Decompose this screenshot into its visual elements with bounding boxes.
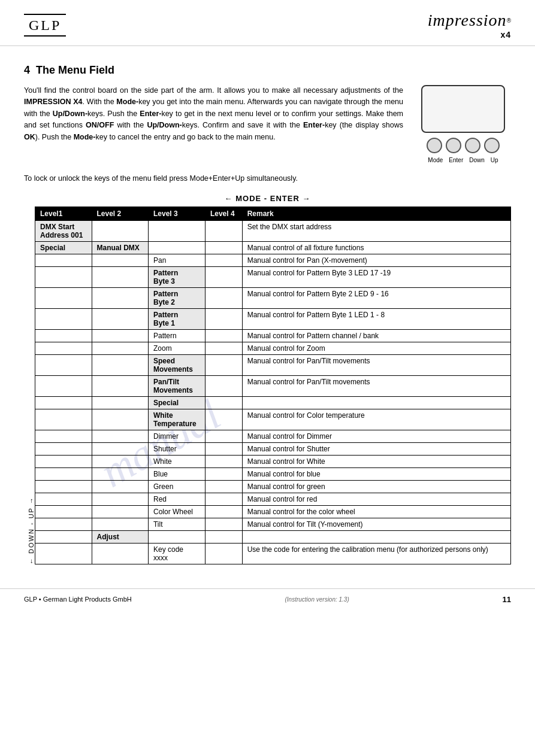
panel-labels: Mode Enter Down Up	[428, 157, 498, 163]
table-cell	[205, 220, 242, 241]
table-cell	[35, 467, 92, 480]
table-cell: Blue	[148, 467, 205, 480]
col-header-level3: Level 3	[148, 207, 205, 220]
table-cell	[205, 329, 242, 342]
table-cell	[35, 493, 92, 505]
table-cell: Pan/TiltMovements	[148, 375, 205, 396]
table-cell	[35, 442, 92, 455]
table-cell	[92, 287, 148, 308]
enter-button	[446, 138, 461, 153]
table-row: DMX StartAddress 001Set the DMX start ad…	[35, 220, 511, 241]
table-cell	[92, 455, 148, 467]
table-cell	[205, 241, 242, 254]
table-cell	[35, 254, 92, 266]
table-cell: Shutter	[148, 442, 205, 455]
table-cell	[205, 480, 242, 493]
up-button	[484, 138, 500, 153]
table-cell	[92, 409, 148, 430]
table-cell	[205, 543, 242, 564]
section-title: 4 The Menu Field	[24, 64, 511, 77]
table-cell: Manual control for Pattern channel / ban…	[242, 329, 510, 342]
table-cell: Use the code for entering the calibratio…	[242, 543, 510, 564]
table-cell: Zoom	[148, 342, 205, 354]
table-row: WhiteTemperatureManual control for Color…	[35, 409, 511, 430]
table-cell	[148, 220, 205, 241]
table-cell	[205, 442, 242, 455]
table-cell: Adjust	[92, 530, 148, 543]
table-cell	[205, 354, 242, 375]
table-cell: Manual control for Pattern Byte 3 LED 17…	[242, 266, 510, 287]
table-cell	[35, 329, 92, 342]
impression-sub: x4	[428, 30, 511, 40]
mode-label: Mode	[428, 157, 443, 163]
col-header-level4: Level 4	[205, 207, 242, 220]
main-content: 4 The Menu Field You'll find the control…	[0, 46, 535, 576]
table-cell: Pan	[148, 254, 205, 266]
menu-table-wrapper: ← DOWN - UP → Level1 Level 2 Level 3 Lev…	[24, 207, 511, 564]
table-cell	[92, 543, 148, 564]
table-cell: Manual control for Pan/Tilt movements	[242, 354, 510, 375]
table-cell: Set the DMX start address	[242, 220, 510, 241]
table-cell	[148, 530, 205, 543]
table-cell	[35, 409, 92, 430]
table-cell	[92, 430, 148, 442]
table-cell: Special	[148, 396, 205, 409]
table-row: TiltManual control for Tilt (Y-movement)	[35, 518, 511, 530]
table-row: ZoomManual control for Zoom	[35, 342, 511, 354]
table-cell: DMX StartAddress 001	[35, 220, 92, 241]
table-cell: Manual control of all fixture functions	[242, 241, 510, 254]
table-row: PatternByte 2Manual control for Pattern …	[35, 287, 511, 308]
table-cell: WhiteTemperature	[148, 409, 205, 430]
table-cell	[35, 430, 92, 442]
table-cell: Manual control for Pan/Tilt movements	[242, 375, 510, 396]
table-cell: Manual control for red	[242, 493, 510, 505]
table-cell	[148, 241, 205, 254]
table-cell: Dimmer	[148, 430, 205, 442]
table-row: ShutterManual control for Shutter	[35, 442, 511, 455]
table-cell	[242, 530, 510, 543]
table-cell	[92, 266, 148, 287]
table-cell	[205, 342, 242, 354]
table-cell: Manual control for blue	[242, 467, 510, 480]
table-cell	[205, 530, 242, 543]
page-number: 11	[503, 595, 511, 604]
table-cell: Manual control for green	[242, 480, 510, 493]
table-cell	[92, 467, 148, 480]
table-cell	[35, 480, 92, 493]
table-row: PatternManual control for Pattern channe…	[35, 329, 511, 342]
table-cell	[205, 254, 242, 266]
panel-display-box	[421, 85, 505, 133]
table-row: PatternByte 1Manual control for Pattern …	[35, 308, 511, 329]
table-row: Key codexxxxUse the code for entering th…	[35, 543, 511, 564]
table-cell	[92, 442, 148, 455]
table-cell	[92, 220, 148, 241]
table-cell	[242, 396, 510, 409]
table-cell: Manual control for Shutter	[242, 442, 510, 455]
table-cell: Manual DMX	[92, 241, 148, 254]
table-cell: Color Wheel	[148, 505, 205, 518]
table-cell	[205, 375, 242, 396]
table-cell	[92, 308, 148, 329]
table-cell	[35, 518, 92, 530]
table-cell: Manual control for Dimmer	[242, 430, 510, 442]
table-cell	[205, 455, 242, 467]
table-cell	[205, 505, 242, 518]
table-cell	[205, 266, 242, 287]
table-cell	[205, 430, 242, 442]
table-row: BlueManual control for blue	[35, 467, 511, 480]
table-cell	[35, 455, 92, 467]
table-row: Color WheelManual control for the color …	[35, 505, 511, 518]
intro-text: You'll find the control board on the sid…	[24, 85, 403, 163]
table-cell: Manual control for the color wheel	[242, 505, 510, 518]
table-cell	[35, 266, 92, 287]
table-cell	[35, 530, 92, 543]
table-cell: Green	[148, 480, 205, 493]
table-cell	[92, 480, 148, 493]
table-cell	[35, 342, 92, 354]
table-cell: SpeedMovements	[148, 354, 205, 375]
table-cell	[35, 375, 92, 396]
table-cell	[92, 329, 148, 342]
footer-center: (Instruction version: 1.3)	[285, 596, 349, 603]
table-cell: PatternByte 1	[148, 308, 205, 329]
table-cell: PatternByte 2	[148, 287, 205, 308]
